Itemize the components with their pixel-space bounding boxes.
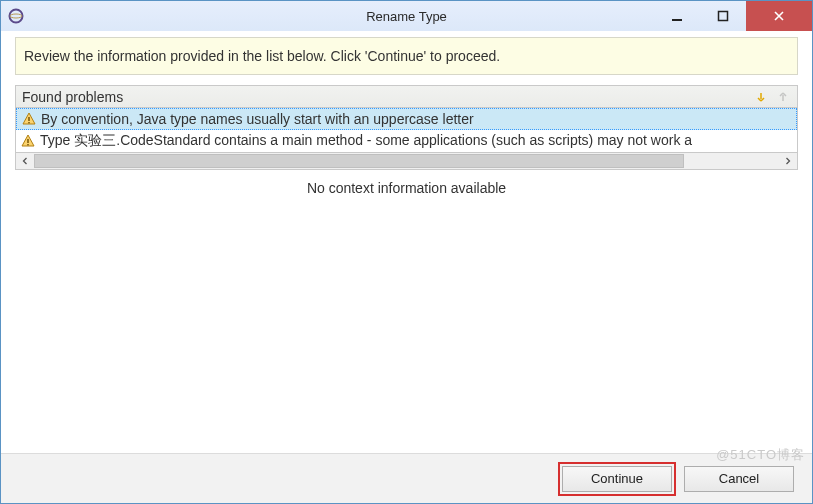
title-bar: Rename Type (1, 1, 812, 31)
scroll-right-button[interactable] (779, 153, 797, 169)
info-panel: Review the information provided in the l… (15, 37, 798, 75)
horizontal-scrollbar[interactable] (15, 152, 798, 170)
problem-row[interactable]: Type 实验三.CodeStandard contains a main me… (16, 130, 797, 152)
dialog-body: Review the information provided in the l… (1, 31, 812, 503)
scroll-thumb[interactable] (34, 154, 684, 168)
svg-rect-3 (719, 12, 728, 21)
maximize-button[interactable] (700, 1, 746, 31)
cancel-button[interactable]: Cancel (684, 466, 794, 492)
problem-row[interactable]: By convention, Java type names usually s… (16, 108, 797, 130)
close-button[interactable] (746, 1, 812, 31)
button-bar: Continue Cancel (1, 453, 812, 503)
problems-header: Found problems (15, 85, 798, 107)
eclipse-icon (1, 8, 31, 24)
dialog-window: Rename Type Review the information provi… (0, 0, 813, 504)
svg-point-0 (10, 10, 23, 23)
continue-button[interactable]: Continue (562, 466, 672, 492)
svg-rect-7 (27, 144, 28, 145)
svg-point-1 (10, 14, 22, 18)
minimize-button[interactable] (654, 1, 700, 31)
svg-rect-2 (672, 19, 682, 21)
problems-header-label: Found problems (22, 89, 123, 105)
prev-problem-button[interactable] (775, 89, 791, 105)
problems-list[interactable]: By convention, Java type names usually s… (15, 107, 798, 152)
scroll-left-button[interactable] (16, 153, 34, 169)
context-info-message: No context information available (1, 180, 812, 196)
svg-rect-4 (28, 117, 29, 121)
svg-rect-5 (28, 122, 29, 123)
next-problem-button[interactable] (753, 89, 769, 105)
warning-icon (21, 111, 37, 127)
problem-text: By convention, Java type names usually s… (41, 111, 474, 127)
warning-icon (20, 133, 36, 149)
problem-text: Type 实验三.CodeStandard contains a main me… (40, 132, 692, 150)
svg-rect-6 (27, 139, 28, 143)
window-controls (654, 1, 812, 31)
info-text: Review the information provided in the l… (24, 48, 500, 64)
